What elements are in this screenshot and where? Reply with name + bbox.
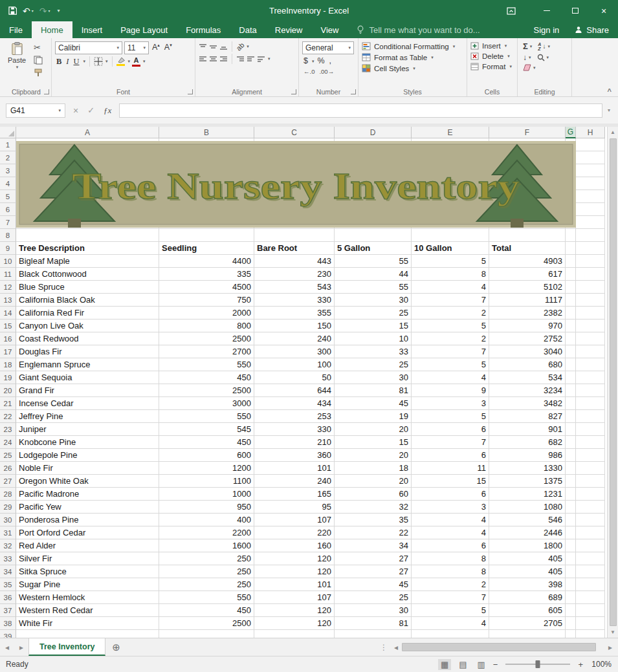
row-header-22[interactable]: 22 — [0, 410, 16, 423]
cell-D27[interactable]: 20 — [335, 475, 412, 488]
cell-B8[interactable] — [159, 229, 254, 242]
row-header-39[interactable]: 39 — [0, 630, 16, 638]
cell-E19[interactable]: 4 — [412, 371, 489, 384]
cell-C28[interactable]: 165 — [254, 488, 335, 501]
cell-E23[interactable]: 6 — [412, 423, 489, 436]
cell-B37[interactable]: 450 — [159, 604, 254, 617]
close-button[interactable]: × — [590, 0, 618, 21]
cell-C9[interactable]: Bare Root — [254, 242, 335, 255]
cell-B36[interactable]: 550 — [159, 591, 254, 604]
horizontal-scrollbar[interactable]: ◂ ▸ — [390, 638, 618, 656]
cell-D10[interactable]: 55 — [335, 255, 412, 268]
cell-B17[interactable]: 2700 — [159, 345, 254, 358]
cell-D35[interactable]: 45 — [335, 578, 412, 591]
cell-G18[interactable] — [566, 358, 576, 371]
minimize-button[interactable] — [533, 0, 561, 21]
cell-H25[interactable] — [576, 449, 605, 462]
cell-E15[interactable]: 5 — [412, 320, 489, 332]
cell-E35[interactable]: 2 — [412, 578, 489, 591]
cell-C13[interactable]: 330 — [254, 294, 335, 307]
decrease-font-size-button[interactable]: A▾ — [163, 43, 173, 52]
increase-font-size-button[interactable]: A▴ — [151, 43, 161, 52]
scroll-down-button[interactable]: ▼ — [608, 627, 618, 638]
cell-D22[interactable]: 19 — [335, 410, 412, 423]
cell-A17[interactable]: Douglas Fir — [16, 345, 159, 358]
cell-A23[interactable]: Juniper — [16, 423, 159, 436]
cell-H7[interactable] — [576, 216, 605, 229]
row-header-38[interactable]: 38 — [0, 617, 16, 630]
cell-D13[interactable]: 30 — [335, 294, 412, 307]
cell-C8[interactable] — [254, 229, 335, 242]
cell-E10[interactable]: 5 — [412, 255, 489, 268]
cell-H1[interactable] — [576, 138, 605, 151]
cell-F38[interactable]: 2705 — [489, 617, 566, 630]
cell-G11[interactable] — [566, 268, 576, 281]
cell-D32[interactable]: 34 — [335, 539, 412, 552]
cell-H36[interactable] — [576, 591, 605, 604]
comma-style-button[interactable]: , — [328, 56, 333, 66]
cell-B16[interactable]: 2500 — [159, 332, 254, 345]
cell-F25[interactable]: 986 — [489, 449, 566, 462]
cancel-button[interactable]: × — [73, 105, 78, 116]
cell-E36[interactable]: 7 — [412, 591, 489, 604]
decrease-decimal-button[interactable]: .00→ — [318, 68, 335, 75]
autosum-button[interactable]: Σ▾ — [521, 41, 534, 51]
cell-E16[interactable]: 2 — [412, 332, 489, 345]
percent-style-button[interactable]: % — [316, 56, 326, 66]
vertical-scroll-thumb[interactable] — [610, 138, 617, 626]
cell-E27[interactable]: 15 — [412, 475, 489, 488]
row-header-37[interactable]: 37 — [0, 604, 16, 617]
cell-H5[interactable] — [576, 190, 605, 203]
ribbon-tab-home[interactable]: Home — [32, 21, 72, 38]
row-header-10[interactable]: 10 — [0, 255, 16, 268]
wrap-text-button[interactable] — [257, 56, 265, 63]
orientation-button[interactable]: ab — [235, 41, 246, 52]
row-header-31[interactable]: 31 — [0, 526, 16, 539]
cell-G39[interactable] — [566, 630, 576, 638]
cell-A14[interactable]: California Red Fir — [16, 307, 159, 320]
cell-B24[interactable]: 450 — [159, 436, 254, 449]
enter-button[interactable]: ✓ — [87, 105, 94, 115]
cell-F39[interactable] — [489, 630, 566, 638]
cell-E14[interactable]: 2 — [412, 307, 489, 320]
cell-A15[interactable]: Canyon Live Oak — [16, 320, 159, 332]
cell-D12[interactable]: 55 — [335, 281, 412, 294]
format-as-table-button[interactable]: Format as Table▾ — [362, 53, 463, 61]
cell-H23[interactable] — [576, 423, 605, 436]
font-dialog-launcher[interactable] — [188, 89, 193, 94]
cell-B28[interactable]: 1000 — [159, 488, 254, 501]
cell-H28[interactable] — [576, 488, 605, 501]
cell-E30[interactable]: 4 — [412, 514, 489, 526]
cell-A22[interactable]: Jeffrey Pine — [16, 410, 159, 423]
zoom-slider[interactable] — [505, 664, 570, 665]
cell-A18[interactable]: Englemann Spruce — [16, 358, 159, 371]
cell-D17[interactable]: 33 — [335, 345, 412, 358]
cell-E24[interactable]: 7 — [412, 436, 489, 449]
cell-E12[interactable]: 4 — [412, 281, 489, 294]
row-header-36[interactable]: 36 — [0, 591, 16, 604]
cell-F10[interactable]: 4903 — [489, 255, 566, 268]
cell-A32[interactable]: Red Alder — [16, 539, 159, 552]
cell-A33[interactable]: Silver Fir — [16, 552, 159, 565]
cell-E32[interactable]: 6 — [412, 539, 489, 552]
row-header-35[interactable]: 35 — [0, 578, 16, 591]
cell-H33[interactable] — [576, 552, 605, 565]
row-header-17[interactable]: 17 — [0, 345, 16, 358]
cell-E37[interactable]: 5 — [412, 604, 489, 617]
cell-G34[interactable] — [566, 565, 576, 578]
select-all-button[interactable] — [0, 127, 16, 138]
cell-F30[interactable]: 546 — [489, 514, 566, 526]
cell-B34[interactable]: 250 — [159, 565, 254, 578]
cell-C23[interactable]: 330 — [254, 423, 335, 436]
row-header-18[interactable]: 18 — [0, 358, 16, 371]
cell-H26[interactable] — [576, 462, 605, 475]
cell-D23[interactable]: 20 — [335, 423, 412, 436]
cell-D19[interactable]: 30 — [335, 371, 412, 384]
clipboard-dialog-launcher[interactable] — [44, 89, 49, 94]
undo-button[interactable]: ↶▾ — [23, 6, 34, 16]
cell-B11[interactable]: 335 — [159, 268, 254, 281]
fill-button[interactable]: ↓▾ — [521, 53, 533, 62]
cell-B9[interactable]: Seedling — [159, 242, 254, 255]
decrease-indent-button[interactable] — [236, 56, 245, 63]
cell-B39[interactable] — [159, 630, 254, 638]
